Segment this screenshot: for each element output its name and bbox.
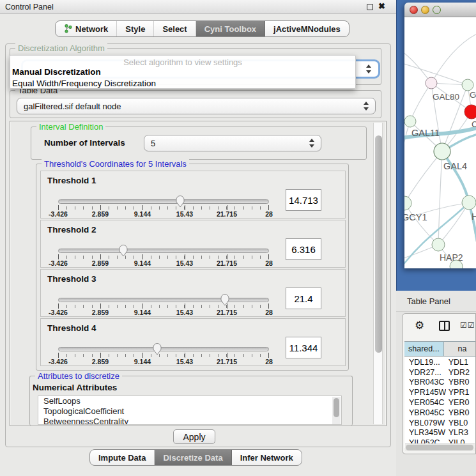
cell[interactable]: YPR1: [446, 388, 476, 397]
scrollbar-thumb[interactable]: [406, 445, 473, 450]
network-canvas[interactable]: GAL80 GA C GAL11 GAL4 GCY1 H HAP2: [404, 17, 476, 268]
gear-icon[interactable]: ⚙: [415, 319, 424, 332]
table-row[interactable]: YPR145WYPR1: [404, 387, 476, 397]
node-gal11[interactable]: [404, 116, 416, 127]
table-data-combobox[interactable]: galFiltered.sif default node: [17, 98, 376, 114]
combo-arrows-icon: [364, 102, 369, 111]
column-header-shared-name[interactable]: shared...: [404, 342, 444, 356]
list-item[interactable]: BetweennessCentrality: [38, 417, 341, 425]
tick-label: 15.43: [176, 309, 193, 316]
settings-scrollbar[interactable]: [373, 123, 383, 424]
node-label-gcy1: GCY1: [404, 212, 427, 222]
threshold-3-value-field[interactable]: 21.4: [286, 288, 321, 309]
network-view-window: GAL80 GA C GAL11 GAL4 GCY1 H HAP2: [404, 3, 476, 268]
list-item[interactable]: SelfLoops: [38, 396, 341, 406]
threshold-1-panel: Threshold 1 -3.426 2.859 9.144 15.43: [40, 171, 346, 219]
tab-style[interactable]: Style: [117, 21, 154, 36]
scrollbar-thumb[interactable]: [375, 135, 382, 353]
tick-label: 2.859: [92, 210, 109, 218]
table-row[interactable]: YLR345WYLR3: [404, 428, 476, 438]
table-row[interactable]: YDR27...YDR2: [404, 367, 476, 378]
zoom-window-icon[interactable]: [433, 6, 441, 14]
cell[interactable]: YDL19...: [404, 358, 446, 367]
tab-jactivemnodules[interactable]: jActiveMNodules: [265, 21, 349, 36]
threshold-1-value-field[interactable]: 14.713: [286, 189, 321, 211]
tab-discretize-data[interactable]: Discretize Data: [155, 450, 231, 465]
dropdown-option-manual[interactable]: Manual Discretization: [10, 66, 355, 78]
table-row[interactable]: YER054CYER0: [404, 397, 476, 408]
cell[interactable]: YDL1: [446, 358, 476, 367]
node-gal4[interactable]: [434, 143, 450, 160]
node-hap2[interactable]: [432, 238, 445, 251]
slider-track[interactable]: [58, 199, 269, 204]
threshold-2-slider[interactable]: [58, 247, 269, 254]
cell[interactable]: YBR0: [446, 408, 476, 417]
spinner-arrows-icon: [309, 139, 315, 148]
tab-jactivemnodules-label: jActiveMNodules: [273, 24, 341, 34]
slider-track[interactable]: [58, 249, 269, 253]
node-ga[interactable]: [462, 79, 473, 91]
select-columns-icons[interactable]: ☑☑: [460, 321, 475, 330]
cell[interactable]: YBL0: [446, 418, 476, 427]
number-of-intervals-spinner[interactable]: 5: [144, 135, 321, 151]
table-row[interactable]: YBR043CYBR0: [404, 378, 476, 388]
attributes-group: Attributes to discretize Numerical Attri…: [29, 376, 353, 426]
table-horizontal-scrollbar[interactable]: [405, 443, 475, 451]
cell[interactable]: YDR27...: [404, 368, 446, 377]
tab-cyni-toolbox[interactable]: Cyni Toolbox: [196, 21, 265, 36]
node-h[interactable]: [462, 196, 476, 210]
number-of-intervals-label: Number of Intervals: [44, 138, 125, 148]
tab-impute-data[interactable]: Impute Data: [90, 450, 155, 465]
minimize-window-icon[interactable]: [421, 6, 429, 14]
threshold-4-slider[interactable]: [58, 345, 269, 353]
columns-icon[interactable]: [439, 321, 450, 331]
cell[interactable]: YBR043C: [404, 378, 446, 387]
cell[interactable]: YBR045C: [404, 408, 446, 417]
tick-label: 21.715: [217, 358, 237, 365]
node-gal80[interactable]: [426, 77, 437, 89]
tick-label: 9.144: [134, 210, 151, 218]
apply-button[interactable]: Apply: [173, 429, 215, 444]
node-label-hap2: HAP2: [440, 252, 463, 263]
threshold-2-value-field[interactable]: 6.316: [286, 238, 321, 260]
screenshot-root: Control Panel ✖ Network Style: [0, 0, 476, 476]
tick-label: 9.144: [134, 358, 151, 365]
cell[interactable]: YLR345W: [404, 428, 446, 437]
table-row[interactable]: YBR045CYBR0: [404, 408, 476, 418]
cell[interactable]: YPR145W: [404, 388, 446, 397]
tab-select[interactable]: Select: [154, 21, 196, 36]
slider-track[interactable]: [58, 298, 269, 302]
bottom-tabbar: Impute Data Discretize Data Infer Networ…: [89, 449, 302, 466]
table-body: YDL19...YDL1 YDR27...YDR2 YBR043CYBR0 YP…: [404, 357, 476, 448]
table-row[interactable]: YBL079WYBL0: [404, 418, 476, 428]
interval-definition-group: Interval Definition Number of Intervals …: [31, 127, 367, 160]
node-label-gal11: GAL11: [411, 128, 440, 138]
cell[interactable]: YER0: [446, 398, 476, 407]
float-panel-icon[interactable]: [367, 4, 373, 10]
threshold-1-slider[interactable]: [58, 197, 269, 205]
slider-track[interactable]: [58, 347, 269, 351]
cell[interactable]: YBL079W: [404, 418, 446, 427]
node-red[interactable]: [464, 105, 476, 119]
tab-infer-network[interactable]: Infer Network: [232, 450, 302, 465]
tab-network[interactable]: Network: [56, 21, 117, 36]
threshold-3-slider[interactable]: [58, 296, 269, 303]
close-panel-icon[interactable]: ✖: [378, 1, 385, 11]
tick-label: -3.426: [49, 259, 68, 267]
cell[interactable]: YLR3: [446, 428, 476, 437]
cell[interactable]: YBR0: [446, 378, 476, 387]
number-of-intervals-value: 5: [144, 139, 309, 148]
cell[interactable]: YER054C: [404, 398, 446, 407]
list-item[interactable]: TopologicalCoefficient: [38, 406, 341, 417]
threshold-4-value-field[interactable]: 11.344: [286, 337, 321, 358]
dropdown-option-equal-width[interactable]: Equal Width/Frequency Discretization: [10, 78, 355, 89]
column-header-name[interactable]: na: [444, 342, 476, 356]
tab-discretize-data-label: Discretize Data: [163, 453, 222, 463]
cell[interactable]: YDR2: [446, 368, 476, 377]
numerical-attributes-list[interactable]: SelfLoops TopologicalCoefficient Between…: [38, 395, 342, 425]
list-scrollbar[interactable]: [332, 397, 341, 425]
close-window-icon[interactable]: [410, 6, 418, 14]
interval-definition-title: Interval Definition: [36, 122, 105, 132]
table-row[interactable]: YDL19...YDL1: [404, 357, 476, 367]
node-gcy1[interactable]: [404, 196, 411, 210]
